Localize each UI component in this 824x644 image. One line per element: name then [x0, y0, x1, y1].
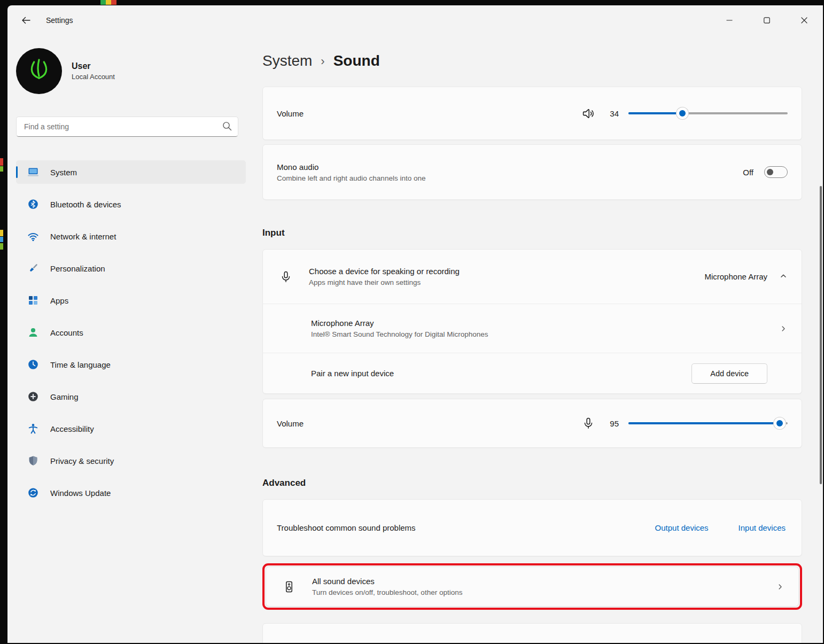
output-volume-slider[interactable]	[628, 107, 788, 119]
avatar	[16, 48, 62, 94]
sidebar-item-label: Personalization	[50, 264, 105, 273]
person-icon	[27, 327, 40, 338]
mono-audio-row: Mono audio Combine left and right audio …	[262, 144, 802, 200]
chevron-right-icon	[779, 324, 788, 333]
microphone-array-row[interactable]: Microphone Array Intel® Smart Sound Tech…	[263, 304, 802, 353]
input-section-header: Input	[262, 228, 802, 242]
sidebar-item-network-internet[interactable]: Network & internet	[16, 224, 246, 248]
breadcrumb-system[interactable]: System	[262, 52, 312, 69]
minimize-button[interactable]	[711, 5, 748, 35]
sidebar-item-label: Network & internet	[50, 232, 116, 241]
input-device-group: Choose a device for speaking or recordin…	[262, 249, 802, 394]
page-title: Sound	[333, 52, 380, 69]
all-sound-devices-title: All sound devices	[312, 577, 462, 586]
sidebar-item-label: Accessibility	[50, 424, 94, 433]
search-input[interactable]	[16, 117, 238, 137]
sidebar-nav: System Bluetooth & devices Network & int…	[16, 160, 246, 505]
all-sound-devices-text: All sound devices Turn devices on/off, t…	[312, 577, 462, 596]
speaker-icon[interactable]	[581, 106, 595, 120]
troubleshoot-row: Troubleshoot common sound problems Outpu…	[262, 499, 802, 556]
pair-input-device-row: Pair a new input device Add device	[263, 353, 802, 393]
input-volume-slider[interactable]	[628, 417, 788, 429]
sidebar-item-accounts[interactable]: Accounts	[16, 321, 246, 344]
desktop-artifact	[0, 230, 3, 236]
accessibility-person-icon	[27, 423, 40, 434]
sidebar-item-label: Time & language	[50, 360, 111, 369]
maximize-icon	[764, 17, 770, 24]
input-volume-label: Volume	[277, 419, 304, 428]
sidebar-item-personalization[interactable]: Personalization	[16, 257, 246, 280]
add-device-button[interactable]: Add device	[691, 363, 767, 384]
update-refresh-icon	[27, 487, 40, 499]
output-volume-value: 34	[605, 109, 619, 118]
input-volume-row: Volume 95	[262, 399, 802, 448]
shield-icon	[27, 455, 40, 467]
sidebar-item-gaming[interactable]: Gaming	[16, 385, 246, 408]
output-volume-row: Volume 34	[262, 87, 802, 140]
back-arrow-icon	[21, 16, 30, 25]
input-device-picker-row[interactable]: Choose a device for speaking or recordin…	[263, 250, 802, 304]
sidebar-item-label: Bluetooth & devices	[50, 200, 121, 209]
close-icon	[801, 17, 807, 24]
close-button[interactable]	[786, 5, 823, 35]
sidebar-item-privacy-security[interactable]: Privacy & security	[16, 449, 246, 472]
slider-thumb[interactable]	[774, 417, 786, 429]
all-sound-devices-description: Turn devices on/off, troubleshoot, other…	[312, 588, 462, 596]
search-icon[interactable]	[222, 121, 232, 133]
user-account[interactable]: User Local Account	[16, 48, 246, 94]
window-controls	[711, 5, 823, 35]
chevron-up-icon	[779, 271, 788, 282]
picker-description: Apps might have their own settings	[309, 278, 460, 286]
back-button[interactable]	[15, 11, 36, 30]
mono-audio-description: Combine left and right audio channels in…	[277, 174, 425, 182]
sidebar-item-system[interactable]: System	[16, 160, 246, 184]
picker-text: Choose a device for speaking or recordin…	[309, 267, 460, 286]
volume-mixer-title: Volume mixer	[309, 643, 357, 643]
apps-grid-icon	[27, 294, 40, 306]
output-volume-label: Volume	[277, 109, 304, 118]
output-devices-link[interactable]: Output devices	[655, 523, 709, 532]
titlebar: Settings	[7, 5, 823, 35]
clock-icon	[27, 359, 40, 370]
desktop-artifact	[100, 0, 116, 5]
paintbrush-icon	[27, 262, 40, 274]
sidebar-item-apps[interactable]: Apps	[16, 289, 246, 312]
sidebar-item-accessibility[interactable]: Accessibility	[16, 417, 246, 440]
pair-device-label: Pair a new input device	[311, 369, 394, 378]
settings-window: Settings	[7, 5, 823, 643]
search-box	[16, 117, 238, 137]
input-volume-value: 95	[605, 419, 619, 428]
scrollbar-thumb[interactable]	[820, 186, 822, 484]
mono-audio-text: Mono audio Combine left and right audio …	[277, 162, 425, 182]
minimize-icon	[726, 17, 733, 24]
gamepad-icon	[27, 391, 40, 402]
microphone-icon	[581, 416, 595, 430]
speaker-device-icon	[282, 580, 296, 594]
mono-audio-title: Mono audio	[277, 162, 425, 172]
system-icon	[27, 166, 40, 178]
mono-audio-toggle[interactable]	[764, 166, 788, 178]
sidebar-item-label: Accounts	[50, 328, 83, 337]
input-devices-link[interactable]: Input devices	[739, 523, 786, 532]
troubleshoot-links: Output devices Input devices	[655, 523, 786, 532]
maximize-button[interactable]	[748, 5, 786, 35]
troubleshoot-label: Troubleshoot common sound problems	[277, 523, 416, 532]
user-name: User	[72, 61, 115, 71]
user-text: User Local Account	[72, 61, 115, 81]
sidebar-item-label: System	[50, 168, 77, 177]
sidebar-item-bluetooth-devices[interactable]: Bluetooth & devices	[16, 192, 246, 216]
sidebar-item-label: Windows Update	[50, 488, 111, 498]
slider-thumb[interactable]	[677, 107, 688, 119]
microphone-array-description: Intel® Smart Sound Technology for Digita…	[311, 330, 488, 338]
sidebar-item-windows-update[interactable]: Windows Update	[16, 481, 246, 505]
sidebar-item-time-language[interactable]: Time & language	[16, 353, 246, 376]
user-account-type: Local Account	[72, 73, 115, 81]
all-sound-devices-row[interactable]: All sound devices Turn devices on/off, t…	[266, 567, 799, 607]
sidebar-item-label: Gaming	[50, 392, 79, 401]
slider-fill	[628, 112, 682, 114]
wifi-icon	[27, 230, 40, 242]
window-title: Settings	[46, 16, 73, 25]
razer-logo-icon	[24, 56, 55, 87]
volume-mixer-row[interactable]: Volume mixer	[262, 623, 802, 643]
sidebar: User Local Account System Bluetooth &	[7, 35, 254, 643]
